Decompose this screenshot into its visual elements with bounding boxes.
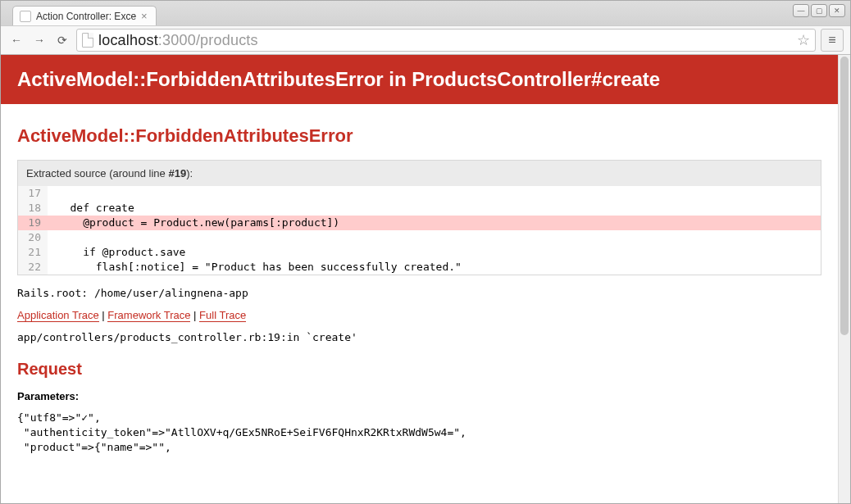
trace-links: Application Trace | Framework Trace | Fu… <box>17 309 821 321</box>
tabstrip: Action Controller: Exce × <box>1 1 850 25</box>
page-icon <box>82 33 93 48</box>
arrow-left-icon: ← <box>11 34 22 47</box>
code-line: 22 flash[:notice] = "Product has been su… <box>18 260 821 275</box>
line-number: 18 <box>18 201 48 216</box>
code-line: 21 if @product.save <box>18 245 821 260</box>
source-extract-panel: Extracted source (around line #19): 1718… <box>17 160 821 275</box>
source-extract-code: 1718 def create19 @product = Product.new… <box>18 186 821 275</box>
address-bar[interactable]: localhost:3000/products ☆ <box>76 29 816 52</box>
browser-window: — ▢ ✕ Action Controller: Exce × ← → ⟳ lo… <box>0 0 851 504</box>
url-port: :3000 <box>158 32 196 48</box>
application-trace-line: app/controllers/products_controller.rb:1… <box>17 331 821 343</box>
error-title: ActiveModel::ForbiddenAttributesError in… <box>17 68 660 90</box>
code-text: if @product.save <box>48 245 821 260</box>
code-text <box>48 230 821 245</box>
url-text: localhost:3000/products <box>98 32 258 49</box>
code-line: 20 <box>18 230 821 245</box>
close-tab-icon[interactable]: × <box>141 10 148 22</box>
browser-tab[interactable]: Action Controller: Exce × <box>12 6 157 25</box>
maximize-button[interactable]: ▢ <box>811 4 827 17</box>
parameters-dump: {"utf8"=>"✓", "authenticity_token"=>"Atl… <box>17 411 821 455</box>
minimize-button[interactable]: — <box>793 4 809 17</box>
code-text: def create <box>48 201 821 216</box>
back-button[interactable]: ← <box>7 31 25 49</box>
page-content: ActiveModel::ForbiddenAttributesError in… <box>1 55 838 503</box>
full-trace-link[interactable]: Full Trace <box>199 309 246 322</box>
page-icon <box>20 11 31 22</box>
line-number: 20 <box>18 230 48 245</box>
error-exception-name: ActiveModel::ForbiddenAttributesError <box>17 125 821 147</box>
reload-icon: ⟳ <box>57 34 67 47</box>
code-text: @product = Product.new(params[:product]) <box>48 216 821 230</box>
arrow-right-icon: → <box>34 34 45 47</box>
bookmark-icon[interactable]: ☆ <box>797 31 810 49</box>
code-line: 17 <box>18 186 821 201</box>
toolbar: ← → ⟳ localhost:3000/products ☆ ≡ <box>1 25 850 55</box>
viewport: ActiveModel::ForbiddenAttributesError in… <box>1 55 850 503</box>
menu-button[interactable]: ≡ <box>821 29 844 52</box>
source-extract-title: Extracted source (around line #19): <box>18 161 821 186</box>
line-number: 19 <box>18 216 48 230</box>
line-number: 22 <box>18 260 48 275</box>
code-text <box>48 186 821 201</box>
hamburger-icon: ≡ <box>828 33 835 48</box>
framework-trace-link[interactable]: Framework Trace <box>107 309 190 322</box>
window-controls: — ▢ ✕ <box>793 4 845 17</box>
reload-button[interactable]: ⟳ <box>53 31 71 49</box>
code-line: 18 def create <box>18 201 821 216</box>
scrollbar-thumb[interactable] <box>840 57 849 335</box>
close-window-button[interactable]: ✕ <box>829 4 845 17</box>
tab-title: Action Controller: Exce <box>36 11 136 22</box>
rails-root: Rails.root: /home/user/alingnena-app <box>17 287 821 299</box>
url-host: localhost <box>98 32 158 48</box>
parameters-label: Parameters: <box>17 390 821 402</box>
line-number: 17 <box>18 186 48 201</box>
forward-button[interactable]: → <box>30 31 48 49</box>
url-path: /products <box>196 32 258 48</box>
line-number: 21 <box>18 245 48 260</box>
code-text: flash[:notice] = "Product has been succe… <box>48 260 821 275</box>
error-body: ActiveModel::ForbiddenAttributesError Ex… <box>1 104 838 455</box>
error-header: ActiveModel::ForbiddenAttributesError in… <box>1 55 838 104</box>
vertical-scrollbar[interactable] <box>838 55 850 503</box>
code-line: 19 @product = Product.new(params[:produc… <box>18 216 821 230</box>
application-trace-link[interactable]: Application Trace <box>17 309 99 322</box>
request-heading: Request <box>17 360 821 379</box>
